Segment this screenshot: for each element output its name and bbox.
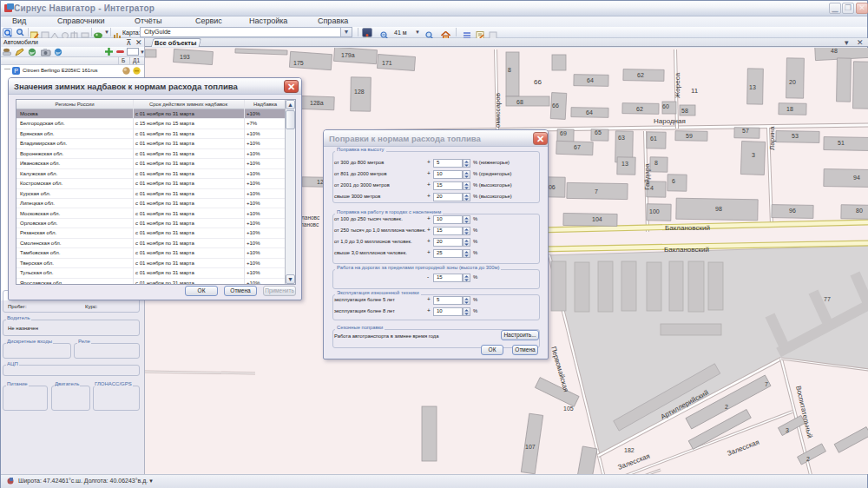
svg-text:60: 60	[662, 103, 669, 109]
svg-text:13: 13	[749, 84, 756, 90]
svg-text:53: 53	[792, 133, 799, 139]
svg-text:61: 61	[650, 135, 657, 142]
svg-text:8: 8	[508, 67, 511, 73]
svg-text:77: 77	[824, 296, 831, 302]
svg-text:128а: 128а	[310, 100, 324, 106]
svg-text:2: 2	[725, 404, 728, 410]
svg-text:65: 65	[595, 129, 602, 135]
svg-text:193: 193	[180, 54, 190, 60]
svg-text:105: 105	[563, 406, 574, 412]
svg-text:175: 175	[293, 60, 304, 66]
svg-text:омиссаров: омиссаров	[494, 93, 502, 128]
svg-text:51: 51	[838, 140, 845, 146]
svg-text:66: 66	[534, 78, 542, 86]
svg-text:64: 64	[586, 109, 593, 115]
svg-text:63: 63	[618, 135, 625, 141]
svg-text:68: 68	[516, 99, 523, 105]
svg-text:107: 107	[525, 444, 536, 450]
svg-text:Баклановский: Баклановский	[664, 246, 709, 254]
svg-text:3: 3	[752, 152, 755, 158]
svg-text:Баклановский: Баклановский	[665, 224, 710, 232]
svg-text:98: 98	[715, 206, 722, 212]
svg-text:96: 96	[789, 208, 796, 214]
svg-text:62: 62	[636, 106, 643, 112]
svg-text:67: 67	[574, 144, 581, 150]
svg-text:94: 94	[853, 175, 860, 181]
svg-text:48: 48	[831, 48, 838, 54]
svg-text:64: 64	[587, 77, 594, 83]
svg-text:8: 8	[654, 160, 658, 166]
svg-text:58: 58	[681, 108, 688, 114]
svg-text:Жореса: Жореса	[674, 72, 681, 98]
svg-text:66: 66	[552, 102, 559, 109]
svg-text:69: 69	[560, 130, 567, 136]
svg-text:7: 7	[765, 381, 768, 387]
svg-text:P: P	[14, 68, 18, 74]
svg-text:11: 11	[691, 87, 699, 95]
svg-text:171: 171	[382, 60, 392, 66]
svg-text:лановс: лановс	[301, 214, 320, 221]
svg-text:6: 6	[672, 178, 675, 184]
svg-text:3: 3	[786, 427, 789, 433]
svg-text:59: 59	[686, 133, 693, 139]
svg-text:18: 18	[786, 106, 793, 112]
svg-text:Народная: Народная	[654, 117, 686, 125]
svg-text:Гайдара: Гайдара	[643, 163, 651, 190]
svg-text:80: 80	[856, 208, 863, 214]
svg-text:179а: 179а	[341, 52, 355, 58]
svg-text:100: 100	[649, 208, 660, 214]
svg-text:128: 128	[354, 89, 365, 95]
svg-text:182: 182	[624, 447, 635, 453]
svg-text:13: 13	[621, 161, 628, 167]
svg-text:104: 104	[592, 216, 602, 222]
svg-text:57: 57	[742, 128, 749, 134]
svg-text:20: 20	[789, 79, 796, 85]
svg-text:лановс: лановс	[300, 221, 319, 228]
svg-text:7: 7	[595, 188, 598, 195]
svg-text:2: 2	[806, 456, 810, 462]
svg-text:Ларина: Ларина	[768, 126, 776, 150]
svg-text:62: 62	[637, 72, 644, 78]
